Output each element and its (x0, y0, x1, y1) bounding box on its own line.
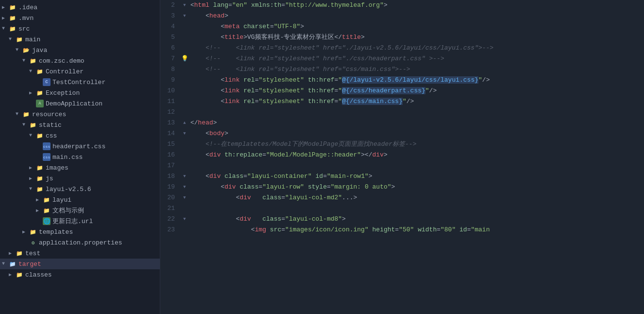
sidebar-item-js[interactable]: 📁js (0, 173, 160, 184)
sidebar-item-layui-v2.5.6[interactable]: 📁layui-v2.5.6 (0, 184, 160, 194)
line-gutter: ▼ (181, 182, 188, 192)
tree-arrow (2, 261, 8, 267)
line-number: 13 (160, 118, 181, 128)
sidebar-item-target[interactable]: 📁target (0, 259, 160, 269)
sidebar-item-main.css[interactable]: cssmain.css (0, 152, 160, 162)
sidebar-item-com.zsc.demo[interactable]: 📁com.zsc.demo (0, 55, 160, 66)
sidebar-item-templates[interactable]: 📁templates (0, 227, 160, 237)
line-content: <meta charset="UTF-8"> (188, 21, 644, 32)
line-content: <div class="layui-col-md8"> (188, 214, 644, 225)
sidebar-item-css[interactable]: 📁css (0, 130, 160, 141)
sidebar-item-DemoApplication[interactable]: ADemoApplication (0, 98, 160, 109)
url-icon: 🌐 (43, 217, 51, 225)
sidebar-item-mvn[interactable]: 📁.mvn (0, 13, 160, 23)
line-content: <link rel="stylesheet" th:href="@{/layui… (188, 75, 644, 86)
sidebar-item-classes[interactable]: 📁classes (0, 269, 160, 280)
tree-arrow (22, 122, 28, 128)
sidebar-item-docs[interactable]: 📁文档与示例 (0, 205, 160, 216)
tree-arrow (29, 90, 35, 96)
code-line: 9 <link rel="stylesheet" th:href="@{/lay… (160, 75, 644, 86)
line-gutter: ▲ (181, 118, 188, 128)
tree-item-label: java (32, 47, 47, 54)
sidebar-item-test[interactable]: 📁test (0, 248, 160, 259)
folder-icon: 📁 (9, 3, 17, 11)
folder-icon: 📁 (43, 196, 51, 204)
folder-icon: 📁 (16, 271, 23, 279)
line-number: 9 (160, 75, 181, 86)
folder-icon: 📁 (9, 25, 17, 33)
sidebar-item-idea[interactable]: 📁.idea (0, 2, 160, 13)
tree-arrow (29, 69, 35, 74)
css-icon: css (43, 142, 51, 150)
line-number: 10 (160, 86, 181, 96)
class-icon: C (43, 78, 51, 86)
sidebar-item-images[interactable]: 📁images (0, 162, 160, 173)
code-line: 12 (160, 107, 644, 118)
tree-arrow (36, 208, 42, 213)
code-line: 16 <div th:replace="Model/ModelPage::hea… (160, 150, 644, 160)
line-content: <title>VG频客科技-专业素材分享社区</title> (188, 32, 644, 43)
code-line: 14▼ <body> (160, 128, 644, 139)
line-number: 12 (160, 107, 181, 118)
tree-arrow (29, 133, 35, 139)
code-content[interactable]: 2▼<html lang="en" xmlns:th="http://www.t… (160, 0, 644, 314)
line-gutter: ▼ (181, 171, 188, 182)
sidebar-item-changelog[interactable]: 🌐更新日志.url (0, 216, 160, 227)
sidebar-item-Exception[interactable]: 📁Exception (0, 87, 160, 98)
code-line: 7💡 <!-- <link rel="stylesheet" href="./c… (160, 53, 644, 64)
line-number: 7 (160, 53, 181, 64)
sidebar-item-layui[interactable]: 📁layui (0, 194, 160, 205)
css-icon: css (43, 153, 51, 161)
tree-item-label: Exception (46, 89, 80, 97)
line-number: 6 (160, 43, 181, 53)
line-gutter: 💡 (181, 53, 188, 64)
folder-icon: 📁 (36, 89, 44, 97)
sidebar-item-src[interactable]: 📁src (0, 23, 160, 34)
code-line: 4 <meta charset="UTF-8"> (160, 21, 644, 32)
code-line: 18▼ <div class="layui-container" id="mai… (160, 171, 644, 182)
line-gutter: ▼ (181, 11, 188, 21)
tree-item-label: resources (32, 111, 66, 118)
line-content: <link rel="stylesheet" th:href="@{/css/h… (188, 86, 644, 96)
app-icon: A (36, 100, 44, 107)
sidebar-item-main[interactable]: 📁main (0, 34, 160, 45)
tree-item-label: images (46, 164, 68, 172)
tree-item-label: classes (25, 271, 52, 279)
line-number: 11 (160, 96, 181, 107)
line-content: <img src="images/icon/icon.ing" height="… (188, 225, 644, 235)
line-gutter: ▼ (181, 0, 188, 11)
tree-item-label: .idea (18, 4, 37, 11)
prop-icon: ⚙ (29, 239, 37, 246)
sidebar-item-java[interactable]: 📂java (0, 45, 160, 55)
line-number: 19 (160, 182, 181, 192)
folder-blue-icon: 📂 (22, 46, 30, 54)
code-line: 21 (160, 203, 644, 214)
folder-icon: 📁 (9, 14, 17, 22)
sidebar-item-application.properties[interactable]: ⚙application.properties (0, 237, 160, 248)
line-content: <link rel="stylesheet" th:href="@{/css/m… (188, 96, 644, 107)
sidebar-item-TestController[interactable]: CTestController (0, 77, 160, 87)
line-gutter: ▼ (181, 128, 188, 139)
sidebar-item-static[interactable]: 📁static (0, 120, 160, 130)
tree-arrow (29, 186, 35, 192)
tree-arrow (22, 229, 28, 235)
line-content: <!-- <link rel="stylesheet" href="./css/… (188, 53, 644, 64)
line-number: 5 (160, 32, 181, 43)
line-number: 21 (160, 203, 181, 214)
folder-icon: 📁 (29, 121, 37, 129)
line-gutter: ▼ (181, 192, 188, 203)
code-line: 23 <img src="images/icon/icon.ing" heigh… (160, 225, 644, 235)
line-number: 17 (160, 160, 181, 171)
line-content: </head> (188, 118, 644, 128)
tree-item-label: 文档与示例 (52, 206, 84, 215)
sidebar-item-Controller[interactable]: 📁Controller (0, 66, 160, 77)
sidebar-item-resources[interactable]: 📁resources (0, 109, 160, 120)
line-number: 2 (160, 0, 181, 11)
code-line: 17 (160, 160, 644, 171)
tree-item-label: js (46, 175, 53, 182)
sidebar-item-headerpart.css[interactable]: cssheaderpart.css (0, 141, 160, 152)
line-content: <!-- <link rel="stylesheet" href="css/ma… (188, 64, 644, 75)
tree-arrow (22, 58, 28, 64)
code-line: 13▲</head> (160, 118, 644, 128)
file-tree[interactable]: 📁.idea📁.mvn📁src📁main📂java📁com.zsc.demo📁C… (0, 0, 160, 314)
